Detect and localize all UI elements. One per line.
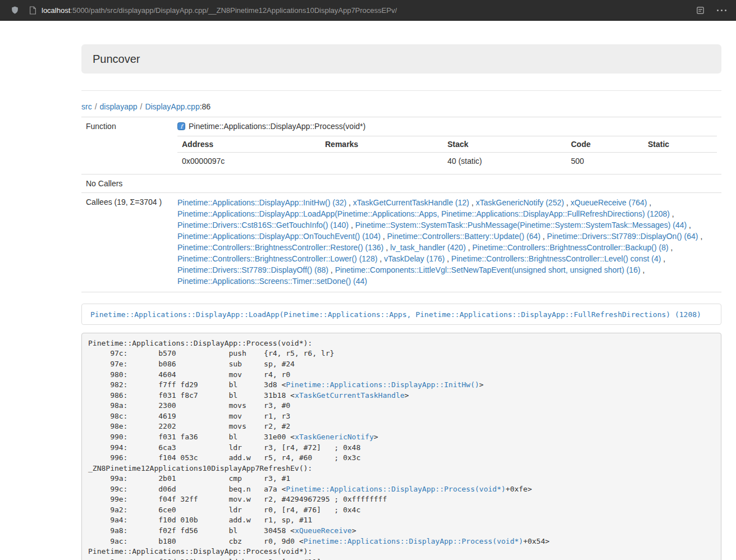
callee-link[interactable]: xQueueReceive (764): [570, 198, 647, 207]
callees-row: Callees (19, Σ=3704 ) Pinetime::Applicat…: [81, 193, 721, 292]
menu-dots-icon: [717, 10, 726, 11]
stats-header-remarks: Remarks: [321, 136, 443, 153]
url-path: :5000/path/src/displayapp/DisplayApp.cpp…: [70, 6, 397, 15]
page-container: Puncover src/displayapp/DisplayApp.cpp:8…: [81, 44, 721, 560]
stats-table: Address Remarks Stack Code Static 0x0000…: [177, 136, 717, 169]
callee-panel-link[interactable]: Pinetime::Applications::DisplayApp::Load…: [90, 310, 701, 319]
no-callers-label: No Callers: [81, 175, 173, 193]
code-symbol-link[interactable]: Pinetime::Applications::DisplayApp::Init…: [286, 380, 479, 389]
callee-link[interactable]: Pinetime::Controllers::Battery::Update()…: [387, 232, 541, 241]
callee-link[interactable]: Pinetime::Applications::DisplayApp::OnTo…: [177, 232, 381, 241]
disassembly-code: Pinetime::Applications::DisplayApp::Proc…: [81, 333, 721, 560]
stats-value-address: 0x0000097c: [177, 153, 321, 170]
callee-link[interactable]: Pinetime::Controllers::BrightnessControl…: [177, 243, 383, 252]
url-bar[interactable]: localhost:5000/path/src/displayapp/Displ…: [29, 6, 685, 15]
stats-header-code: Code: [566, 136, 643, 153]
browser-chrome: localhost:5000/path/src/displayapp/Displ…: [0, 0, 736, 21]
function-name: Pinetime::Applications::DisplayApp::Proc…: [189, 122, 365, 131]
stats-header-static: Static: [643, 136, 717, 153]
shield-icon: [11, 6, 19, 15]
callee-link[interactable]: vTaskDelay (176): [384, 254, 445, 263]
callee-link[interactable]: Pinetime::Applications::Screens::Timer::…: [177, 277, 367, 286]
callee-link[interactable]: xTaskGetCurrentTaskHandle (12): [353, 198, 469, 207]
callee-link[interactable]: Pinetime::Drivers::St7789::DisplayOn() (…: [547, 232, 698, 241]
stats-header-row: Address Remarks Stack Code Static: [177, 136, 717, 153]
callee-link[interactable]: Pinetime::Controllers::BrightnessControl…: [177, 254, 377, 263]
breadcrumb-link-file[interactable]: DisplayApp.cpp: [145, 102, 199, 111]
breadcrumb: src/displayapp/DisplayApp.cpp:86: [81, 102, 721, 111]
code-symbol-link[interactable]: xTaskGenericNotify: [295, 433, 374, 441]
function-signature-line: f Pinetime::Applications::DisplayApp::Pr…: [177, 122, 717, 131]
code-symbol-link[interactable]: Pinetime::Applications::DisplayApp::Proc…: [286, 485, 505, 493]
page-icon: [29, 6, 36, 15]
browser-menu-button[interactable]: [715, 3, 728, 17]
reader-icon: [696, 6, 705, 15]
function-type-icon: f: [177, 122, 185, 130]
callees-label: Callees (19, Σ=3704 ): [81, 193, 173, 292]
stats-value-code: 500: [566, 153, 643, 170]
function-row-label: Function: [81, 117, 173, 175]
callee-link[interactable]: Pinetime::Drivers::Cst816S::GetTouchInfo…: [177, 221, 349, 229]
callee-link[interactable]: Pinetime::Applications::DisplayApp::Load…: [177, 209, 670, 218]
breadcrumb-separator: /: [95, 102, 97, 111]
no-callers-row: No Callers: [81, 175, 721, 193]
divider: [81, 90, 721, 91]
code-symbol-link[interactable]: xQueueReceive: [295, 526, 352, 535]
code-symbol-link[interactable]: Pinetime::Applications::DisplayApp::Proc…: [304, 537, 523, 545]
page-title: Puncover: [93, 51, 710, 67]
url-host: localhost: [42, 6, 70, 15]
reader-mode-button[interactable]: [693, 3, 707, 17]
callee-link[interactable]: Pinetime::System::SystemTask::PushMessag…: [355, 221, 687, 229]
stats-header-stack: Stack: [443, 136, 566, 153]
stats-value-row: 0x0000097c 40 (static) 500: [177, 153, 717, 170]
callee-link[interactable]: Pinetime::Drivers::St7789::DisplayOff() …: [177, 265, 328, 274]
stats-value-static: [643, 153, 717, 170]
callee-link[interactable]: Pinetime::Components::LittleVgl::SetNewT…: [335, 265, 641, 274]
callee-link[interactable]: xTaskGenericNotify (252): [476, 198, 564, 207]
security-shield-button[interactable]: [8, 3, 21, 17]
callee-link[interactable]: Pinetime::Controllers::BrightnessControl…: [472, 243, 668, 252]
stats-value-remarks: [321, 153, 443, 170]
url-text: localhost:5000/path/src/displayapp/Displ…: [42, 6, 397, 15]
callees-list: Pinetime::Applications::DisplayApp::Init…: [173, 193, 721, 292]
breadcrumb-link-src[interactable]: src: [81, 102, 92, 111]
callee-link[interactable]: lv_task_handler (420): [390, 243, 466, 252]
breadcrumb-link-displayapp[interactable]: displayapp: [100, 102, 138, 111]
callee-link[interactable]: Pinetime::Controllers::BrightnessControl…: [451, 254, 661, 263]
function-row: Function f Pinetime::Applications::Displ…: [81, 117, 721, 175]
breadcrumb-line-number: :86: [200, 102, 211, 111]
callee-link[interactable]: Pinetime::Applications::DisplayApp::Init…: [177, 198, 346, 207]
symbol-table: Function f Pinetime::Applications::Displ…: [81, 117, 721, 292]
app-header: Puncover: [81, 44, 721, 74]
code-symbol-link[interactable]: xTaskGetCurrentTaskHandle: [295, 391, 405, 400]
breadcrumb-separator: /: [140, 102, 143, 111]
stats-header-address: Address: [177, 136, 321, 153]
callee-detail-panel: Pinetime::Applications::DisplayApp::Load…: [81, 304, 721, 325]
stats-value-stack: 40 (static): [443, 153, 566, 170]
